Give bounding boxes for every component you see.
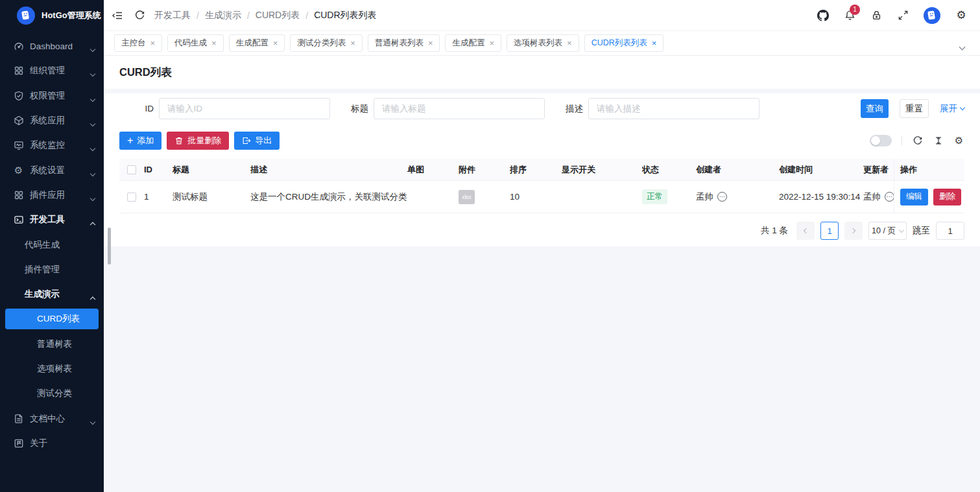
chevron-down-icon <box>91 118 95 128</box>
select-all-checkbox[interactable] <box>127 165 136 174</box>
sidebar-item-plugin-app[interactable]: 插件应用 <box>0 183 104 207</box>
sidebar-item-normal-tree[interactable]: 普通树表 <box>0 332 104 357</box>
attachment-file-chip[interactable]: xlsx <box>459 190 475 204</box>
notification-bell-icon[interactable]: 1 <box>844 10 855 21</box>
close-icon[interactable]: × <box>150 39 156 47</box>
creator-more-icon[interactable]: ⋯ <box>717 192 727 202</box>
title-input[interactable] <box>374 98 545 119</box>
cell-created-at: 2022-12-15 19:30:14 <box>779 192 863 202</box>
add-button[interactable]: + 添加 <box>119 132 161 150</box>
column-settings-gear-icon[interactable]: ⚙ <box>953 135 964 146</box>
sidebar-item-doc-center[interactable]: 文档中心 <box>0 406 104 430</box>
jump-page-input[interactable] <box>936 222 964 240</box>
tab-code-gen[interactable]: 代码生成× <box>167 34 224 52</box>
sidebar-item-option-tree[interactable]: 选项树表 <box>0 357 104 381</box>
sidebar-item-code-gen[interactable]: 代码生成 <box>0 232 104 257</box>
pagination: 共 1 条 1 10 / 页 跳至 <box>119 222 964 240</box>
sidebar-item-curd-list[interactable]: CURD列表 <box>0 307 104 331</box>
breadcrumb-separator: / <box>197 10 199 21</box>
tab-test-category-list[interactable]: 测试分类列表× <box>290 34 363 52</box>
terminal-icon <box>13 215 24 226</box>
tab-cudr-list-active[interactable]: CUDR列表列表× <box>584 34 664 52</box>
col-created-at: 创建时间 <box>779 164 863 176</box>
tab-gen-config-2[interactable]: 生成配置× <box>445 34 501 52</box>
sidebar-item-plugin-manage[interactable]: 插件管理 <box>0 257 104 282</box>
col-sort: 排序 <box>510 164 562 176</box>
close-icon[interactable]: × <box>428 39 433 47</box>
delete-button[interactable]: 删除 <box>933 189 961 205</box>
tab-label: 普通树表列表 <box>375 38 424 49</box>
next-page-button[interactable] <box>844 222 863 240</box>
tabbar-chevron-down-icon[interactable] <box>960 41 964 51</box>
id-input[interactable] <box>159 98 330 119</box>
row-checkbox[interactable] <box>127 193 136 202</box>
close-icon[interactable]: × <box>350 39 355 47</box>
prev-page-button[interactable] <box>796 222 815 240</box>
close-icon[interactable]: × <box>652 39 657 47</box>
col-creator: 创建者 <box>696 164 779 176</box>
sidebar-item-test-category[interactable]: 测试分类 <box>0 381 104 406</box>
app-logo[interactable]: HotGo管理系统 <box>0 0 104 31</box>
sidebar-item-system-app[interactable]: 系统应用 <box>0 108 104 133</box>
sidebar-collapse-icon[interactable] <box>112 10 123 21</box>
col-switch: 显示开关 <box>562 164 642 176</box>
desc-input[interactable] <box>588 98 759 119</box>
sidebar: HotGo管理系统 Dashboard 组织管理 <box>0 0 104 492</box>
monitor-icon <box>13 140 24 151</box>
lock-icon[interactable] <box>870 10 882 21</box>
sidebar-item-org[interactable]: 组织管理 <box>0 58 104 83</box>
sidebar-item-dashboard[interactable]: Dashboard <box>0 34 104 58</box>
cube-icon <box>13 115 24 126</box>
sidebar-item-gen-demo[interactable]: 生成演示 <box>0 282 104 307</box>
row-density-icon[interactable] <box>933 135 944 146</box>
breadcrumb-item[interactable]: 生成演示 <box>205 10 241 21</box>
updater-more-icon[interactable]: ⋯ <box>885 192 894 202</box>
vertical-scrollbar-thumb[interactable] <box>108 228 111 264</box>
batch-delete-label: 批量删除 <box>187 135 221 146</box>
toolbar-divider <box>902 136 902 145</box>
expand-link[interactable]: 展开 <box>940 103 964 115</box>
edit-button[interactable]: 编辑 <box>900 189 928 205</box>
page-size-select[interactable]: 10 / 页 <box>868 222 907 240</box>
query-button[interactable]: 查询 <box>861 99 889 118</box>
close-icon[interactable]: × <box>489 39 494 47</box>
fullscreen-icon[interactable] <box>897 10 909 21</box>
tab-gen-config-1[interactable]: 生成配置× <box>229 34 285 52</box>
tab-console[interactable]: 主控台× <box>114 34 162 52</box>
title-label: 标题 <box>334 103 368 115</box>
tab-normal-tree-list[interactable]: 普通树表列表× <box>368 34 440 52</box>
batch-delete-button[interactable]: 批量删除 <box>167 132 229 150</box>
app-title: HotGo管理系统 <box>42 10 101 21</box>
col-image: 单图 <box>407 164 459 176</box>
sidebar-item-permission[interactable]: 权限管理 <box>0 84 104 108</box>
breadcrumb-item[interactable]: CURD列表 <box>256 10 300 21</box>
striped-toggle[interactable] <box>870 135 892 146</box>
sidebar-item-dev-tools[interactable]: 开发工具 <box>0 207 104 232</box>
breadcrumb-separator: / <box>247 10 250 21</box>
user-avatar[interactable] <box>924 7 940 24</box>
tab-option-tree-list[interactable]: 选项树表列表× <box>507 34 579 52</box>
close-icon[interactable]: × <box>273 39 278 47</box>
breadcrumb-item[interactable]: 开发工具 <box>154 10 191 21</box>
github-icon[interactable] <box>817 10 829 21</box>
current-page-button[interactable]: 1 <box>820 222 839 240</box>
jump-label: 跳至 <box>913 225 930 237</box>
sidebar-item-system-settings[interactable]: ⚙ 系统设置 <box>0 158 104 182</box>
close-icon[interactable]: × <box>567 39 572 47</box>
sidebar-item-label: 测试分类 <box>37 388 72 399</box>
grid-icon <box>13 189 24 200</box>
settings-gear-icon[interactable]: ⚙ <box>955 10 967 21</box>
sidebar-item-system-monitor[interactable]: 系统监控 <box>0 133 104 158</box>
refresh-icon[interactable] <box>134 10 145 21</box>
table-refresh-icon[interactable] <box>912 135 923 146</box>
col-updater: 更新者 <box>863 164 894 176</box>
export-button[interactable]: 导出 <box>234 132 280 150</box>
sidebar-item-about[interactable]: 关于 <box>0 431 104 456</box>
chevron-up-icon <box>91 217 95 227</box>
col-desc: 描述 <box>250 164 407 176</box>
close-icon[interactable]: × <box>211 39 217 47</box>
data-table: ID 标题 描述 单图 附件 排序 显示开关 状态 创建者 创建时间 更新者 操… <box>119 159 964 213</box>
reset-button[interactable]: 重置 <box>900 99 929 118</box>
table-header-row: ID 标题 描述 单图 附件 排序 显示开关 状态 创建者 创建时间 更新者 操… <box>119 159 964 181</box>
table-row: 1 测试标题 这是一个CRUD生成演示，关联测试分类 <box>119 181 964 213</box>
